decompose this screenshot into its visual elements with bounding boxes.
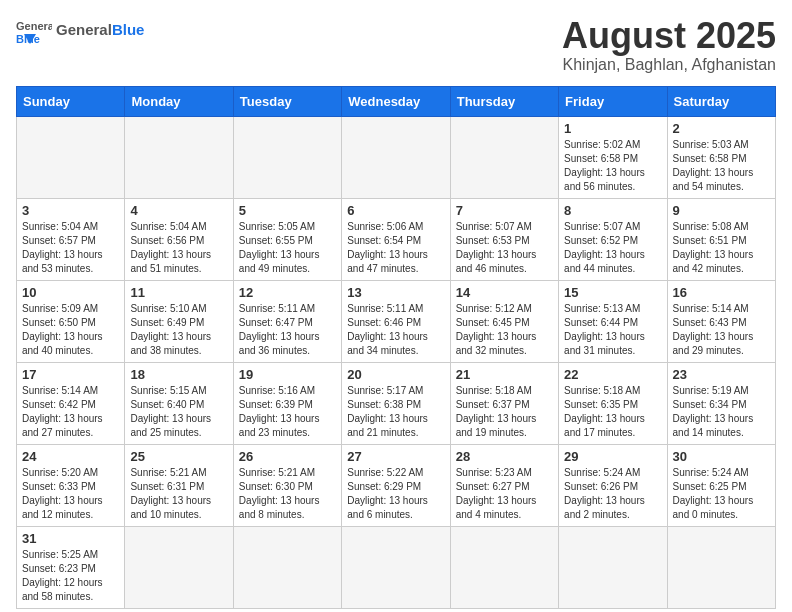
calendar-cell: 22Sunrise: 5:18 AM Sunset: 6:35 PM Dayli… — [559, 362, 667, 444]
weekday-friday: Friday — [559, 86, 667, 116]
calendar-cell — [342, 116, 450, 198]
day-info: Sunrise: 5:02 AM Sunset: 6:58 PM Dayligh… — [564, 138, 661, 194]
week-row-6: 31Sunrise: 5:25 AM Sunset: 6:23 PM Dayli… — [17, 526, 776, 608]
calendar-cell — [450, 116, 558, 198]
calendar-header: SundayMondayTuesdayWednesdayThursdayFrid… — [17, 86, 776, 116]
logo: General Blue GeneralBlue — [16, 16, 144, 44]
calendar-cell: 6Sunrise: 5:06 AM Sunset: 6:54 PM Daylig… — [342, 198, 450, 280]
day-number: 28 — [456, 449, 553, 464]
calendar-cell: 2Sunrise: 5:03 AM Sunset: 6:58 PM Daylig… — [667, 116, 775, 198]
calendar-cell: 25Sunrise: 5:21 AM Sunset: 6:31 PM Dayli… — [125, 444, 233, 526]
day-info: Sunrise: 5:25 AM Sunset: 6:23 PM Dayligh… — [22, 548, 119, 604]
weekday-tuesday: Tuesday — [233, 86, 341, 116]
day-info: Sunrise: 5:21 AM Sunset: 6:30 PM Dayligh… — [239, 466, 336, 522]
calendar-cell: 19Sunrise: 5:16 AM Sunset: 6:39 PM Dayli… — [233, 362, 341, 444]
day-info: Sunrise: 5:07 AM Sunset: 6:52 PM Dayligh… — [564, 220, 661, 276]
day-number: 8 — [564, 203, 661, 218]
calendar-cell: 17Sunrise: 5:14 AM Sunset: 6:42 PM Dayli… — [17, 362, 125, 444]
day-info: Sunrise: 5:05 AM Sunset: 6:55 PM Dayligh… — [239, 220, 336, 276]
day-number: 17 — [22, 367, 119, 382]
calendar-cell — [450, 526, 558, 608]
day-number: 13 — [347, 285, 444, 300]
weekday-thursday: Thursday — [450, 86, 558, 116]
calendar-cell: 28Sunrise: 5:23 AM Sunset: 6:27 PM Dayli… — [450, 444, 558, 526]
day-info: Sunrise: 5:11 AM Sunset: 6:47 PM Dayligh… — [239, 302, 336, 358]
day-number: 26 — [239, 449, 336, 464]
calendar-cell — [667, 526, 775, 608]
calendar-cell: 10Sunrise: 5:09 AM Sunset: 6:50 PM Dayli… — [17, 280, 125, 362]
day-info: Sunrise: 5:11 AM Sunset: 6:46 PM Dayligh… — [347, 302, 444, 358]
calendar-cell: 23Sunrise: 5:19 AM Sunset: 6:34 PM Dayli… — [667, 362, 775, 444]
day-number: 10 — [22, 285, 119, 300]
day-info: Sunrise: 5:08 AM Sunset: 6:51 PM Dayligh… — [673, 220, 770, 276]
calendar-cell: 14Sunrise: 5:12 AM Sunset: 6:45 PM Dayli… — [450, 280, 558, 362]
day-info: Sunrise: 5:16 AM Sunset: 6:39 PM Dayligh… — [239, 384, 336, 440]
calendar-cell — [342, 526, 450, 608]
day-info: Sunrise: 5:19 AM Sunset: 6:34 PM Dayligh… — [673, 384, 770, 440]
day-info: Sunrise: 5:20 AM Sunset: 6:33 PM Dayligh… — [22, 466, 119, 522]
calendar-body: 1Sunrise: 5:02 AM Sunset: 6:58 PM Daylig… — [17, 116, 776, 608]
page-title: August 2025 — [562, 16, 776, 56]
day-info: Sunrise: 5:21 AM Sunset: 6:31 PM Dayligh… — [130, 466, 227, 522]
calendar-table: SundayMondayTuesdayWednesdayThursdayFrid… — [16, 86, 776, 609]
day-number: 2 — [673, 121, 770, 136]
calendar-cell: 27Sunrise: 5:22 AM Sunset: 6:29 PM Dayli… — [342, 444, 450, 526]
page-subtitle: Khinjan, Baghlan, Afghanistan — [562, 56, 776, 74]
weekday-wednesday: Wednesday — [342, 86, 450, 116]
day-info: Sunrise: 5:23 AM Sunset: 6:27 PM Dayligh… — [456, 466, 553, 522]
day-number: 11 — [130, 285, 227, 300]
day-info: Sunrise: 5:17 AM Sunset: 6:38 PM Dayligh… — [347, 384, 444, 440]
day-info: Sunrise: 5:15 AM Sunset: 6:40 PM Dayligh… — [130, 384, 227, 440]
day-number: 16 — [673, 285, 770, 300]
day-info: Sunrise: 5:14 AM Sunset: 6:42 PM Dayligh… — [22, 384, 119, 440]
calendar-cell: 18Sunrise: 5:15 AM Sunset: 6:40 PM Dayli… — [125, 362, 233, 444]
calendar-cell: 12Sunrise: 5:11 AM Sunset: 6:47 PM Dayli… — [233, 280, 341, 362]
calendar-cell: 15Sunrise: 5:13 AM Sunset: 6:44 PM Dayli… — [559, 280, 667, 362]
day-number: 25 — [130, 449, 227, 464]
weekday-monday: Monday — [125, 86, 233, 116]
day-info: Sunrise: 5:12 AM Sunset: 6:45 PM Dayligh… — [456, 302, 553, 358]
week-row-5: 24Sunrise: 5:20 AM Sunset: 6:33 PM Dayli… — [17, 444, 776, 526]
calendar-cell: 5Sunrise: 5:05 AM Sunset: 6:55 PM Daylig… — [233, 198, 341, 280]
day-number: 15 — [564, 285, 661, 300]
day-number: 14 — [456, 285, 553, 300]
logo-blue: Blue — [112, 21, 145, 38]
calendar-cell — [233, 526, 341, 608]
weekday-saturday: Saturday — [667, 86, 775, 116]
day-number: 31 — [22, 531, 119, 546]
calendar-cell — [233, 116, 341, 198]
week-row-3: 10Sunrise: 5:09 AM Sunset: 6:50 PM Dayli… — [17, 280, 776, 362]
title-area: August 2025 Khinjan, Baghlan, Afghanista… — [562, 16, 776, 74]
calendar-cell: 4Sunrise: 5:04 AM Sunset: 6:56 PM Daylig… — [125, 198, 233, 280]
svg-text:Blue: Blue — [16, 33, 40, 44]
calendar-cell: 8Sunrise: 5:07 AM Sunset: 6:52 PM Daylig… — [559, 198, 667, 280]
day-info: Sunrise: 5:24 AM Sunset: 6:25 PM Dayligh… — [673, 466, 770, 522]
logo-icon: General Blue — [16, 16, 52, 44]
calendar-cell — [125, 116, 233, 198]
day-info: Sunrise: 5:14 AM Sunset: 6:43 PM Dayligh… — [673, 302, 770, 358]
day-number: 9 — [673, 203, 770, 218]
weekday-sunday: Sunday — [17, 86, 125, 116]
day-number: 19 — [239, 367, 336, 382]
day-number: 1 — [564, 121, 661, 136]
day-info: Sunrise: 5:10 AM Sunset: 6:49 PM Dayligh… — [130, 302, 227, 358]
week-row-1: 1Sunrise: 5:02 AM Sunset: 6:58 PM Daylig… — [17, 116, 776, 198]
day-number: 29 — [564, 449, 661, 464]
day-number: 21 — [456, 367, 553, 382]
day-info: Sunrise: 5:18 AM Sunset: 6:35 PM Dayligh… — [564, 384, 661, 440]
calendar-cell: 9Sunrise: 5:08 AM Sunset: 6:51 PM Daylig… — [667, 198, 775, 280]
day-info: Sunrise: 5:24 AM Sunset: 6:26 PM Dayligh… — [564, 466, 661, 522]
calendar-cell: 13Sunrise: 5:11 AM Sunset: 6:46 PM Dayli… — [342, 280, 450, 362]
day-info: Sunrise: 5:07 AM Sunset: 6:53 PM Dayligh… — [456, 220, 553, 276]
day-info: Sunrise: 5:22 AM Sunset: 6:29 PM Dayligh… — [347, 466, 444, 522]
day-number: 12 — [239, 285, 336, 300]
day-info: Sunrise: 5:04 AM Sunset: 6:57 PM Dayligh… — [22, 220, 119, 276]
day-number: 3 — [22, 203, 119, 218]
calendar-cell: 26Sunrise: 5:21 AM Sunset: 6:30 PM Dayli… — [233, 444, 341, 526]
day-number: 20 — [347, 367, 444, 382]
calendar-cell: 29Sunrise: 5:24 AM Sunset: 6:26 PM Dayli… — [559, 444, 667, 526]
calendar-cell — [559, 526, 667, 608]
calendar-cell: 21Sunrise: 5:18 AM Sunset: 6:37 PM Dayli… — [450, 362, 558, 444]
calendar-cell: 7Sunrise: 5:07 AM Sunset: 6:53 PM Daylig… — [450, 198, 558, 280]
day-number: 7 — [456, 203, 553, 218]
